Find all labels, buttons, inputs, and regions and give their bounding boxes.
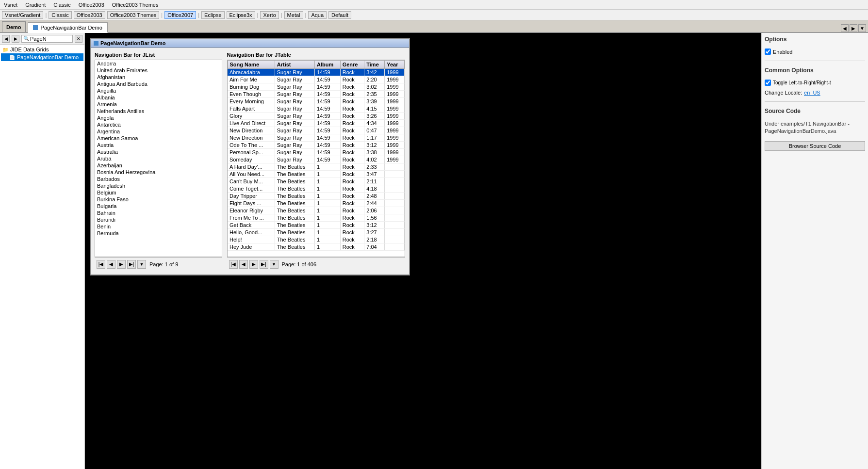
theme-office2003themes[interactable]: Office2003 Themes [107,11,160,19]
table-nav-first[interactable]: |◀ [229,260,238,269]
menu-gradient[interactable]: Gradient [23,2,48,8]
theme-vsnet-gradient[interactable]: Vsnet/Gradient [2,11,43,19]
theme-aqua[interactable]: Aqua [308,11,327,19]
table-row[interactable]: Falls ApartSugar Ray14:59Rock4:151999 [228,105,405,113]
list-item[interactable]: Austria [95,142,222,148]
table-row[interactable]: Can't Buy M...The Beatles1Rock2:11 [228,178,405,185]
table-row[interactable]: Even ThoughSugar Ray14:59Rock2:351999 [228,91,405,98]
table-row[interactable]: Day TripperThe Beatles1Rock2:48 [228,193,405,200]
list-nav-options[interactable]: ▼ [137,260,146,269]
list-item[interactable]: Afghanistan [95,74,222,81]
theme-default[interactable]: Default [328,11,351,19]
table-row[interactable]: New DirectionSugar Ray14:59Rock1:171999 [228,134,405,142]
list-item[interactable]: Albania [95,94,222,101]
list-item[interactable]: Bermuda [95,230,222,237]
list-item[interactable]: Bosnia And Herzegovina [95,169,222,176]
list-item[interactable]: Bulgaria [95,203,222,210]
menu-vsnet[interactable]: Vsnet [2,2,19,8]
list-item[interactable]: Azerbaijan [95,162,222,169]
table-nav-options[interactable]: ▼ [270,260,278,269]
list-item[interactable]: Bangladesh [95,182,222,189]
list-nav-prev[interactable]: ◀ [107,260,115,269]
list-item[interactable]: Belgium [95,189,222,196]
tab-nav-left[interactable]: ◀ [841,24,849,32]
list-item[interactable]: American Samoa [95,135,222,142]
menu-office2003themes[interactable]: Office2003 Themes [110,2,161,8]
table-row[interactable]: A Hard Day'...The Beatles1Rock2:33 [228,163,405,171]
list-container[interactable]: AndorraUnited Arab EmiratesAfghanistanAn… [95,60,222,257]
theme-eclipse3x[interactable]: Eclipse3x [227,11,255,19]
table-row[interactable]: GlorySugar Ray14:59Rock3:261999 [228,113,405,120]
list-item[interactable]: Andorra [95,60,222,67]
table-row[interactable]: Hey JudeThe Beatles1Rock7:04 [228,243,405,251]
table-cell: The Beatles [275,163,314,171]
table-cell: 1:56 [364,214,385,222]
search-input[interactable] [30,36,71,42]
table-row[interactable]: AbracadabraSugar Ray14:59Rock3:421999 [228,69,405,76]
table-row[interactable]: Help!The Beatles1Rock2:18 [228,236,405,243]
tab-page-nav-demo[interactable]: PageNavigationBar Demo [28,22,108,33]
table-row[interactable]: From Me To ...The Beatles1Rock1:56 [228,214,405,222]
list-nav-next[interactable]: ▶ [117,260,126,269]
list-item[interactable]: Antigua And Barbuda [95,81,222,87]
sidebar-forward-btn[interactable]: ▶ [12,35,19,43]
table-nav-next[interactable]: ▶ [249,260,258,269]
table-row[interactable]: Hello, Good...The Beatles1Rock3:27 [228,229,405,236]
list-item[interactable]: Argentina [95,128,222,135]
list-item[interactable]: Australia [95,148,222,155]
menu-classic[interactable]: Classic [51,2,72,8]
table-row[interactable]: SomedaySugar Ray14:59Rock4:021999 [228,156,405,163]
theme-metal[interactable]: Metal [284,11,303,19]
list-item[interactable]: Bahrain [95,210,222,216]
list-nav-last[interactable]: ▶| [127,260,136,269]
table-row[interactable]: Eleanor RigbyThe Beatles1Rock2:06 [228,207,405,214]
sidebar-item-page-nav-bar[interactable]: 📄 PageNavigationBar Demo [1,53,83,61]
theme-xerto[interactable]: Xerto [260,11,278,19]
table-row[interactable]: Personal Sp...Sugar Ray14:59Rock3:381999 [228,149,405,156]
table-cell: 4:02 [364,156,385,163]
table-row[interactable]: Every MorningSugar Ray14:59Rock3:391999 [228,98,405,105]
table-cell: 7:04 [364,243,385,251]
theme-office2003[interactable]: Office2003 [74,11,105,19]
table-row[interactable]: Ode To The ...Sugar Ray14:59Rock3:121999 [228,142,405,149]
table-cell: 3:12 [364,222,385,229]
list-item[interactable]: Burkina Faso [95,196,222,203]
list-item[interactable]: Netherlands Antilles [95,108,222,114]
sidebar-item-label: JIDE Data Grids [10,47,49,52]
list-item[interactable]: Burundi [95,216,222,223]
list-item[interactable]: Armenia [95,101,222,108]
list-item[interactable]: Barbados [95,176,222,182]
list-item[interactable]: United Arab Emirates [95,67,222,74]
theme-classic[interactable]: Classic [49,11,71,19]
table-row[interactable]: Burning DogSugar Ray14:59Rock3:021999 [228,83,405,91]
toggle-checkbox[interactable] [765,80,771,86]
table-cell: Rock [340,178,364,185]
table-nav-last[interactable]: ▶| [260,260,268,269]
list-item[interactable]: Antarctica [95,121,222,128]
tab-nav-menu[interactable]: ▼ [858,24,866,32]
theme-eclipse[interactable]: Eclipse [201,11,224,19]
list-item[interactable]: Aruba [95,155,222,162]
sidebar-back-btn[interactable]: ◀ [2,35,10,43]
tab-nav-right[interactable]: ▶ [850,24,857,32]
theme-office2007[interactable]: Office2007 [164,11,196,19]
enabled-checkbox[interactable] [765,49,771,55]
table-row[interactable]: Aim For MeSugar Ray14:59Rock2:201999 [228,76,405,83]
list-nav-first[interactable]: |◀ [97,260,105,269]
table-row[interactable]: All You Need...The Beatles1Rock3:47 [228,171,405,178]
table-row[interactable]: Eight Days ...The Beatles1Rock2:44 [228,200,405,207]
table-row[interactable]: Come Toget...The Beatles1Rock4:18 [228,185,405,193]
list-item[interactable]: Benin [95,223,222,230]
sidebar-item-jide-data-grids[interactable]: 📁 JIDE Data Grids [1,46,83,53]
sidebar-clear-btn[interactable]: ✕ [75,35,82,43]
menu-office2003[interactable]: Office2003 [77,2,106,8]
table-row[interactable]: New DirectionSugar Ray14:59Rock0:471999 [228,127,405,134]
table-container[interactable]: Song NameArtistAlbumGenreTimeYear Abraca… [227,60,406,257]
table-row[interactable]: Get BackThe Beatles1Rock3:12 [228,222,405,229]
list-item[interactable]: Anguilla [95,87,222,94]
table-nav-prev[interactable]: ◀ [239,260,248,269]
table-row[interactable]: Live And DirectSugar Ray14:59Rock4:34199… [228,120,405,127]
browser-source-code-button[interactable]: Browser Source Code [765,141,865,151]
list-item[interactable]: Angola [95,114,222,121]
table-cell: Get Back [228,222,275,229]
